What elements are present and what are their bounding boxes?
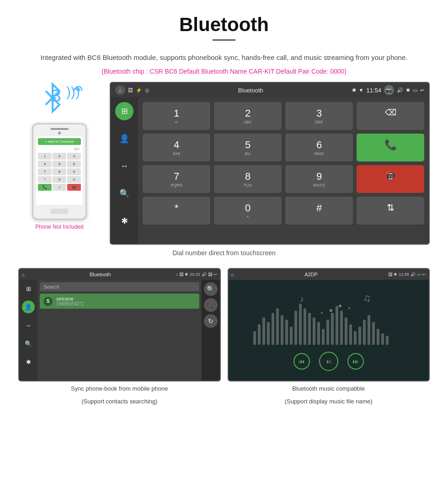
bluetooth-icon <box>41 82 64 114</box>
svg-point-33 <box>348 307 350 309</box>
pb-back-icon: ↩ <box>213 272 217 277</box>
music-caption-1: Bluetooth music compatible <box>288 381 369 394</box>
dial-key-7[interactable]: 7 PQRS <box>143 165 210 193</box>
phone-speaker <box>50 128 69 130</box>
dial-key-9[interactable]: 9 WXYZ <box>285 165 353 193</box>
digit-5: 5 <box>218 139 278 151</box>
svg-rect-5 <box>276 308 279 345</box>
ms-win-icon: ▭ <box>417 272 421 277</box>
dial-key-call[interactable]: 📞 <box>357 134 424 161</box>
dial-key-delete[interactable]: ⌫ <box>357 102 424 130</box>
svg-rect-24 <box>363 320 366 345</box>
music-next-btn[interactable]: ⏭ <box>347 353 364 370</box>
sub-3: DEF <box>289 120 349 124</box>
contact-info: seicane 15885554271 <box>56 296 196 306</box>
music-home-icon: ⌂ <box>231 272 234 277</box>
phonebook-list-content: Search S seicane 15885554271 <box>37 280 202 381</box>
dial-key-4[interactable]: 4 GHI <box>143 134 210 161</box>
svg-rect-6 <box>281 315 283 345</box>
nav-dialpad-btn[interactable]: ⊞ <box>115 102 133 120</box>
dialpad-main: 1 ∞ 2 ABC 3 DEF ⌫ <box>138 97 429 244</box>
car-screen-large: ⌂ 🖼 ⚡ ◎ Bluetooth ✱ ▼ 11:54 📷 🔊 ✖ ▭ ↩ ⊞ <box>110 82 430 245</box>
home-button[interactable]: ⌂ <box>115 85 125 95</box>
sub-0: + <box>218 215 278 219</box>
dial-key-3[interactable]: 3 DEF <box>285 102 353 130</box>
phone-key-5: 5 <box>53 161 66 167</box>
mini-nav-calls[interactable]: ↔ <box>22 319 35 332</box>
screen-title: Bluetooth <box>238 87 263 94</box>
dial-key-swap[interactable]: ⇅ <box>357 197 424 225</box>
ms-back-icon: ↩ <box>422 272 426 277</box>
dial-key-1[interactable]: 1 ∞ <box>143 102 210 130</box>
sub-2: ABC <box>218 120 278 124</box>
svg-point-31 <box>339 305 341 307</box>
refresh-action-btn[interactable]: ↻ <box>204 314 218 328</box>
nav-search-btn[interactable]: 🔍 <box>115 184 133 203</box>
pb-vol-icon: 🔊 <box>202 272 207 277</box>
digit-call: 📞 <box>360 139 421 151</box>
contact-phone: 15885554271 <box>56 301 196 306</box>
digit-6: 6 <box>289 139 349 151</box>
dial-key-8[interactable]: 8 TUV <box>214 165 282 193</box>
dial-key-5[interactable]: 5 JKL <box>214 134 282 161</box>
sub-9: WXYZ <box>289 183 349 188</box>
dial-key-endcall[interactable]: 📵 <box>357 165 424 193</box>
phone-key-1: 1 <box>38 153 52 160</box>
contact-row[interactable]: S seicane 15885554271 <box>40 294 199 309</box>
pb-bt-icon: ✱ <box>185 272 188 277</box>
mini-nav-bt[interactable]: ✱ <box>22 355 35 368</box>
phone-key-2: 2 <box>53 153 66 160</box>
description-text: Integrated with BC6 Bluetooth module, su… <box>37 52 411 63</box>
svg-rect-13 <box>313 317 315 345</box>
mini-nav-contacts[interactable]: 👤 <box>22 300 35 313</box>
svg-rect-11 <box>304 308 306 345</box>
music-screen-wrap: ⌂ A2DP 🖼 ✱ 11:55 🔊 ▭ ↩ ♪ ♫ <box>228 268 430 407</box>
dial-key-hash[interactable]: # <box>285 197 353 225</box>
music-status-bar: ⌂ A2DP 🖼 ✱ 11:55 🔊 ▭ ↩ <box>229 269 429 280</box>
sub-6: MNO <box>289 151 349 156</box>
mini-nav-dialpad[interactable]: ⊞ <box>22 282 35 295</box>
svg-rect-17 <box>331 313 334 345</box>
dial-key-6[interactable]: 6 MNO <box>285 134 353 161</box>
phone-home-button <box>50 209 69 214</box>
ms-bt-icon: ✱ <box>394 272 397 277</box>
nav-calls-btn[interactable]: ↔ <box>115 157 133 175</box>
phonebook-status-icons: ♪ 🖼 ✱ 20:10 🔊 🖼 ↩ <box>176 272 217 277</box>
svg-rect-28 <box>381 333 384 345</box>
sub-4: GHI <box>146 151 207 156</box>
call-action-btn[interactable]: 📞 <box>204 298 218 312</box>
svg-rect-26 <box>372 322 375 345</box>
dial-key-0[interactable]: 0 + <box>214 197 282 225</box>
volume-icon: 🔊 <box>397 87 403 93</box>
phone-key-6: 6 <box>67 161 81 167</box>
svg-rect-25 <box>368 315 370 345</box>
mini-nav-search[interactable]: 🔍 <box>22 337 35 350</box>
camera-button[interactable]: 📷 <box>384 85 394 95</box>
phone-key-hash: # <box>67 176 81 183</box>
music-play-btn[interactable]: ⏯ <box>319 352 338 371</box>
pb-time: 20:10 <box>190 272 200 277</box>
svg-rect-19 <box>340 311 343 345</box>
svg-rect-7 <box>285 320 288 345</box>
svg-rect-10 <box>299 304 302 345</box>
svg-rect-0 <box>253 331 256 345</box>
title-underline <box>213 39 235 41</box>
dial-key-2[interactable]: 2 ABC <box>214 102 282 130</box>
phonebook-screen: ⌂ Bluetooth ♪ 🖼 ✱ 20:10 🔊 🖼 ↩ ⊞ 👤 <box>18 268 221 381</box>
dial-key-star[interactable]: * <box>143 197 210 225</box>
phone-illustration: Ƀ ))) + Add to Contacts M+ 1 2 <box>18 82 101 230</box>
nav-contacts-btn[interactable]: 👤 <box>115 129 133 148</box>
phonebook-search-bar[interactable]: Search <box>40 282 199 291</box>
bottom-screens-area: ⌂ Bluetooth ♪ 🖼 ✱ 20:10 🔊 🖼 ↩ ⊞ 👤 <box>0 261 448 414</box>
digit-3: 3 <box>289 107 349 119</box>
search-action-btn[interactable]: 🔍 <box>204 282 218 296</box>
svg-rect-16 <box>326 320 329 345</box>
music-prev-btn[interactable]: ⏮ <box>293 353 310 370</box>
phone-key-4: 4 <box>38 161 52 167</box>
svg-rect-18 <box>336 306 338 345</box>
sub-7: PQRS <box>146 183 207 188</box>
pb-img-icon: 🖼 <box>179 272 183 277</box>
ms-vol-icon: 🔊 <box>411 272 416 277</box>
contact-name: seicane <box>56 296 196 301</box>
nav-bluetooth-settings-btn[interactable]: ✱ <box>115 212 133 230</box>
